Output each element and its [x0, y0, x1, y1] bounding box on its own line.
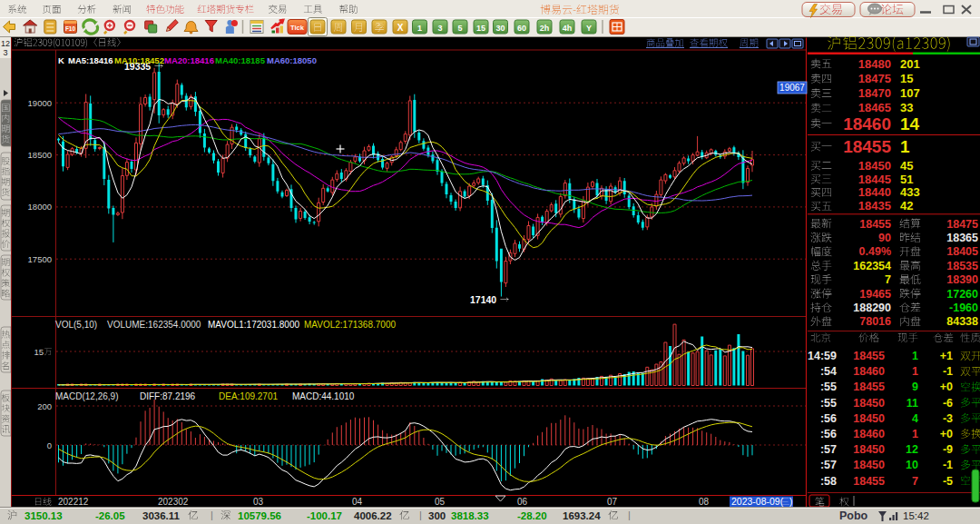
svg-text:17260: 17260: [946, 288, 978, 301]
svg-text::55: :55: [820, 381, 837, 393]
svg-text:18460: 18460: [853, 428, 885, 440]
svg-text:|: |: [628, 509, 631, 520]
svg-text:84338: 84338: [946, 315, 978, 328]
svg-text::54: :54: [820, 365, 837, 378]
svg-text:18440: 18440: [858, 185, 891, 199]
svg-text:1: 1: [900, 137, 910, 156]
svg-text:14: 14: [900, 114, 920, 133]
svg-text:433: 433: [900, 185, 920, 199]
svg-text:1: 1: [912, 350, 918, 362]
svg-text:1: 1: [912, 428, 918, 440]
svg-text::55: :55: [820, 397, 837, 410]
svg-text:2h: 2h: [540, 24, 550, 33]
svg-text::56: :56: [820, 412, 837, 425]
svg-text:-1960: -1960: [949, 302, 978, 314]
svg-text::57: :57: [820, 443, 837, 456]
svg-text:-3: -3: [943, 412, 953, 425]
svg-text:1: 1: [417, 24, 422, 33]
svg-text:18455: 18455: [859, 218, 891, 231]
svg-text:201: 201: [900, 57, 920, 71]
svg-text:18480: 18480: [858, 57, 891, 71]
svg-text:17140: 17140: [470, 294, 496, 305]
svg-text:-1: -1: [943, 365, 953, 378]
svg-text:18455: 18455: [853, 475, 885, 488]
svg-text:45: 45: [900, 159, 913, 173]
svg-text:18455: 18455: [853, 350, 885, 362]
svg-text:15:42: 15:42: [903, 510, 929, 521]
svg-text:18475: 18475: [858, 72, 891, 85]
svg-text:7: 7: [912, 475, 918, 488]
svg-text:19465: 19465: [859, 288, 891, 301]
svg-text:Y: Y: [586, 24, 592, 33]
svg-text:18450: 18450: [853, 397, 885, 410]
svg-text:DIFF:87.2196: DIFF:87.2196: [140, 391, 196, 401]
svg-text:60: 60: [517, 24, 526, 33]
svg-text:0: 0: [47, 440, 52, 450]
svg-text:9: 9: [912, 381, 918, 393]
svg-text:14:59: 14:59: [808, 350, 837, 362]
svg-text:MA10:18452: MA10:18452: [114, 55, 164, 65]
svg-text:18460: 18460: [853, 365, 885, 378]
svg-text:MA5:18416: MA5:18416: [68, 55, 113, 65]
svg-text:VOL(5,10): VOL(5,10): [55, 320, 97, 330]
svg-text:-100.17: -100.17: [307, 510, 342, 521]
svg-text:19067: 19067: [779, 83, 805, 93]
svg-text:4h: 4h: [563, 24, 573, 33]
svg-text:3: 3: [437, 24, 442, 33]
svg-text:-1: -1: [943, 459, 953, 471]
svg-text:18455: 18455: [843, 137, 891, 156]
svg-text:MACD(12,26,9): MACD(12,26,9): [55, 391, 118, 401]
svg-text:06: 06: [517, 497, 528, 507]
svg-text:|: |: [211, 509, 213, 520]
svg-text:-9: -9: [943, 443, 953, 456]
svg-text:42: 42: [900, 199, 913, 213]
svg-text:15: 15: [900, 72, 913, 85]
svg-text:17500: 17500: [28, 254, 52, 264]
svg-text:33: 33: [900, 101, 913, 114]
svg-text:4006.22: 4006.22: [354, 510, 392, 521]
svg-text::57: :57: [820, 459, 837, 471]
svg-text:X: X: [397, 23, 404, 33]
svg-text:200: 200: [37, 401, 52, 411]
svg-text:11: 11: [906, 397, 918, 410]
svg-text:-5: -5: [943, 475, 953, 488]
svg-text:Tick: Tick: [290, 24, 305, 32]
svg-text:MA60:18050: MA60:18050: [267, 55, 317, 65]
svg-text:3150.13: 3150.13: [24, 510, 63, 521]
svg-text:MA40:18185: MA40:18185: [215, 55, 266, 65]
svg-text::56: :56: [820, 428, 837, 440]
svg-text:15: 15: [476, 24, 485, 33]
svg-text:05: 05: [435, 497, 446, 507]
svg-text:18450: 18450: [858, 159, 891, 173]
svg-text:18475: 18475: [946, 218, 978, 231]
svg-text:19000: 19000: [28, 98, 52, 108]
svg-text:18450: 18450: [853, 459, 885, 471]
svg-text:18405: 18405: [946, 245, 978, 258]
svg-text:202302: 202302: [158, 497, 189, 507]
svg-text:18365: 18365: [946, 232, 978, 244]
svg-text:18500: 18500: [28, 150, 52, 160]
svg-text:15: 15: [34, 347, 44, 357]
svg-text:18000: 18000: [28, 202, 52, 212]
svg-text:-28.20: -28.20: [517, 510, 547, 521]
svg-text:18450: 18450: [853, 443, 885, 456]
svg-text:12: 12: [1, 39, 10, 48]
svg-text:1693.24: 1693.24: [563, 510, 601, 521]
svg-text:10579.56: 10579.56: [238, 510, 281, 521]
svg-text:): ): [789, 496, 793, 507]
svg-text:07: 07: [607, 497, 618, 507]
svg-text:51: 51: [900, 173, 913, 186]
svg-text:-6: -6: [943, 397, 953, 410]
svg-text:18460: 18460: [843, 114, 891, 133]
svg-text:12: 12: [906, 443, 918, 456]
svg-text:DEA:109.2701: DEA:109.2701: [219, 391, 278, 401]
svg-text:10: 10: [906, 459, 918, 471]
svg-text::58: :58: [820, 475, 837, 488]
svg-text:18535: 18535: [946, 260, 978, 272]
svg-text:+0: +0: [940, 428, 953, 440]
svg-text:+0: +0: [940, 381, 953, 393]
svg-text:18445: 18445: [858, 173, 891, 186]
svg-text:202212: 202212: [58, 497, 89, 507]
svg-text:162354: 162354: [853, 260, 891, 272]
svg-text:K: K: [58, 55, 64, 65]
